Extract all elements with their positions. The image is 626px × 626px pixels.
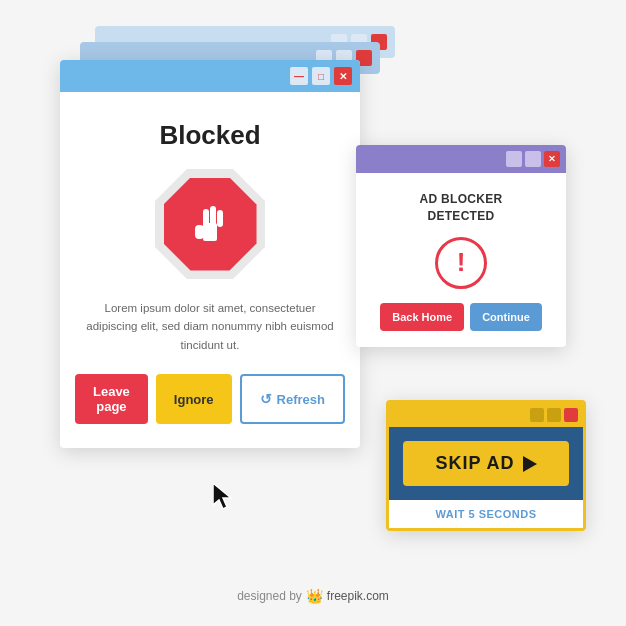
stop-sign-outer xyxy=(155,169,265,279)
main-window-max[interactable]: □ xyxy=(312,67,330,85)
svg-rect-3 xyxy=(210,206,216,227)
continue-button[interactable]: Continue xyxy=(470,303,542,331)
skip-ad-body: SKIP AD xyxy=(389,427,583,500)
skip-ad-window: SKIP AD WAIT 5 SECONDS xyxy=(386,400,586,531)
ad-window-max[interactable] xyxy=(525,151,541,167)
ad-window-min[interactable] xyxy=(506,151,522,167)
cursor xyxy=(213,483,235,511)
play-icon xyxy=(523,456,537,472)
main-window-close[interactable]: ✕ xyxy=(334,67,352,85)
skip-ad-button[interactable]: SKIP AD xyxy=(403,441,569,486)
ad-window-close[interactable]: ✕ xyxy=(544,151,560,167)
svg-rect-4 xyxy=(217,210,223,227)
svg-rect-1 xyxy=(195,225,204,239)
svg-marker-5 xyxy=(213,483,231,509)
ad-blocker-body: AD BLOCKERDETECTED ! Back Home Continue xyxy=(356,173,566,347)
ad-button-row: Back Home Continue xyxy=(370,303,552,331)
svg-rect-2 xyxy=(203,209,209,227)
refresh-icon: ↺ xyxy=(260,391,272,407)
lorem-text: Lorem ipsum dolor sit amet, consectetuer… xyxy=(84,299,336,354)
skip-ad-label: SKIP AD xyxy=(435,453,514,474)
ad-blocker-window: ✕ AD BLOCKERDETECTED ! Back Home Continu… xyxy=(356,145,566,347)
footer-designed-by: designed by xyxy=(237,589,302,603)
main-window-body: Blocked Lorem ipsum dolor si xyxy=(60,92,360,448)
main-window-titlebar: — □ ✕ xyxy=(60,60,360,92)
footer-brand: freepik.com xyxy=(327,589,389,603)
warning-circle: ! xyxy=(435,237,487,289)
main-window: — □ ✕ Blocked xyxy=(60,60,360,448)
ad-blocker-titlebar: ✕ xyxy=(356,145,566,173)
freepik-crown-icon: 👑 xyxy=(306,588,323,604)
button-row: Leave page Ignore ↺ Refresh xyxy=(84,374,336,424)
skip-window-close[interactable] xyxy=(564,408,578,422)
blocked-title: Blocked xyxy=(84,120,336,151)
skip-window-max[interactable] xyxy=(547,408,561,422)
hand-icon xyxy=(189,201,231,247)
refresh-button[interactable]: ↺ Refresh xyxy=(240,374,345,424)
skip-ad-titlebar xyxy=(389,403,583,427)
footer: designed by 👑 freepik.com xyxy=(237,588,389,604)
back-home-button[interactable]: Back Home xyxy=(380,303,464,331)
ignore-button[interactable]: Ignore xyxy=(156,374,232,424)
stop-sign-inner xyxy=(164,178,257,271)
leave-page-button[interactable]: Leave page xyxy=(75,374,148,424)
ad-blocker-title: AD BLOCKERDETECTED xyxy=(370,191,552,225)
main-window-min[interactable]: — xyxy=(290,67,308,85)
wait-text: WAIT 5 SECONDS xyxy=(389,500,583,528)
skip-window-min[interactable] xyxy=(530,408,544,422)
refresh-label: Refresh xyxy=(277,392,325,407)
